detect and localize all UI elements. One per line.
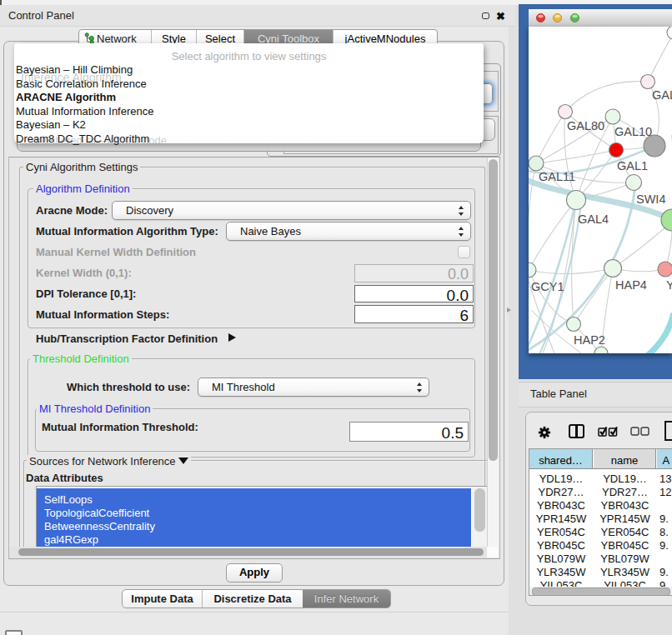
svg-text:GAL4: GAL4: [578, 212, 609, 226]
svg-text:GAL10: GAL10: [614, 125, 652, 138]
svg-text:Y: Y: [666, 278, 672, 292]
svg-text:GAL11: GAL11: [539, 170, 575, 183]
svg-text:HAP4: HAP4: [615, 278, 647, 292]
svg-text:HAP2: HAP2: [574, 333, 605, 347]
svg-text:GCY1: GCY1: [531, 280, 564, 293]
svg-text:GAL2: GAL2: [652, 88, 672, 102]
svg-text:GAL80: GAL80: [567, 119, 604, 132]
svg-text:GAL1: GAL1: [617, 159, 648, 172]
svg-text:SWI4: SWI4: [636, 192, 665, 206]
